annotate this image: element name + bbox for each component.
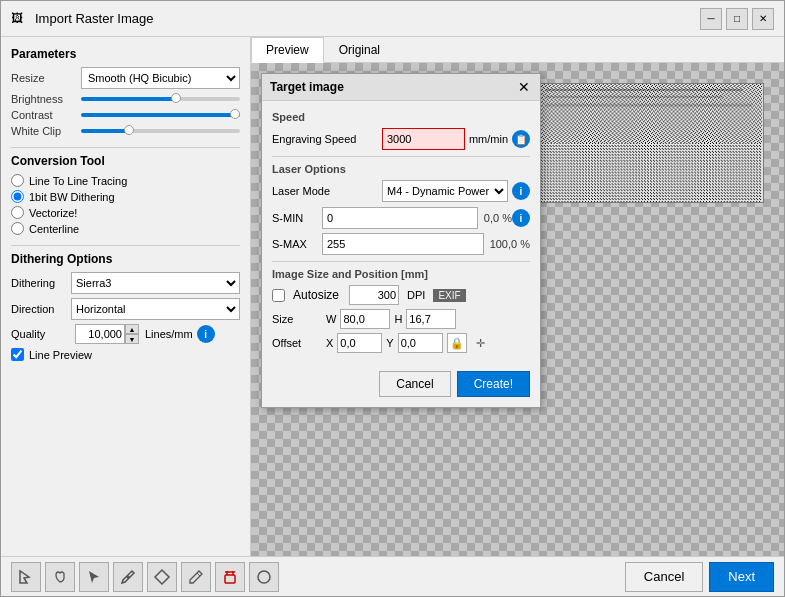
smin-label: S-MIN [272, 212, 322, 224]
laser-mode-row: Laser Mode M4 - Dynamic Power M3 - Stati… [272, 180, 530, 202]
dithering-select[interactable]: Sierra3 Floyd-Steinberg Atkinson None [71, 272, 240, 294]
laser-options-label: Laser Options [272, 163, 530, 175]
main-window: 🖼 Import Raster Image ─ □ ✕ Parameters R… [0, 0, 785, 597]
quality-down-arrow[interactable]: ▼ [125, 334, 139, 344]
autosize-label: Autosize [293, 288, 339, 302]
line-preview-label: Line Preview [29, 349, 92, 361]
radio-row-0: Line To Line Tracing [11, 174, 240, 187]
left-panel: Parameters Resize Smooth (HQ Bicubic) Br… [1, 37, 251, 556]
tab-original[interactable]: Original [324, 37, 395, 62]
toolbar-icons [11, 562, 279, 592]
window-title: Import Raster Image [35, 11, 154, 26]
separator-2 [272, 261, 530, 262]
circle-tool-button[interactable] [249, 562, 279, 592]
minimize-button[interactable]: ─ [700, 8, 722, 30]
tab-preview[interactable]: Preview [251, 37, 324, 63]
delete-tool-button[interactable] [215, 562, 245, 592]
dpi-input[interactable] [349, 285, 399, 305]
arrow-icon [17, 568, 35, 586]
cancel-button[interactable]: Cancel [625, 562, 703, 592]
white-clip-row: White Clip [11, 125, 240, 137]
laser-mode-label: Laser Mode [272, 185, 382, 197]
brightness-row: Brightness [11, 93, 240, 105]
app-icon: 🖼 [11, 11, 27, 27]
modal-titlebar: Target image ✕ [262, 74, 540, 101]
engraving-speed-row: Engraving Speed mm/min 📋 [272, 128, 530, 150]
line-preview-row: Line Preview [11, 348, 240, 361]
image-size-label: Image Size and Position [mm] [272, 268, 530, 280]
arrow-tool-button[interactable] [11, 562, 41, 592]
offset-x-input[interactable] [337, 333, 382, 353]
quality-up-arrow[interactable]: ▲ [125, 324, 139, 334]
radio-vectorize[interactable] [11, 206, 24, 219]
radio-vectorize-label: Vectorize! [29, 207, 77, 219]
radio-line-to-line[interactable] [11, 174, 24, 187]
close-button[interactable]: ✕ [752, 8, 774, 30]
cursor-tool-button[interactable] [79, 562, 109, 592]
main-content: Parameters Resize Smooth (HQ Bicubic) Br… [1, 37, 784, 556]
parameters-section: Parameters Resize Smooth (HQ Bicubic) Br… [11, 47, 240, 137]
radio-centerline[interactable] [11, 222, 24, 235]
width-input[interactable] [340, 309, 390, 329]
smax-pct: 100,0 % [490, 238, 530, 250]
hand-icon [51, 568, 69, 586]
maximize-button[interactable]: □ [726, 8, 748, 30]
smin-info[interactable]: i [512, 209, 530, 227]
engraving-speed-unit: mm/min [469, 133, 508, 145]
pen-tool-button[interactable] [113, 562, 143, 592]
radio-line-to-line-label: Line To Line Tracing [29, 175, 127, 187]
diamond-icon [153, 568, 171, 586]
resize-select[interactable]: Smooth (HQ Bicubic) [81, 67, 240, 89]
tab-bar: Preview Original [251, 37, 784, 63]
titlebar: 🖼 Import Raster Image ─ □ ✕ [1, 1, 784, 37]
engraving-speed-input[interactable] [382, 128, 465, 150]
hand-tool-button[interactable] [45, 562, 75, 592]
smax-input[interactable] [322, 233, 484, 255]
svg-marker-16 [155, 570, 169, 584]
diamond-tool-button[interactable] [147, 562, 177, 592]
pencil-icon [187, 568, 205, 586]
exif-button[interactable]: EXIF [433, 289, 465, 302]
autosize-checkbox[interactable] [272, 289, 285, 302]
pencil-tool-button[interactable] [181, 562, 211, 592]
svg-point-15 [127, 575, 130, 578]
move-icon[interactable]: ✛ [471, 333, 491, 353]
modal-overlay: Target image ✕ Speed Engraving Speed mm/… [251, 63, 784, 556]
line-preview-checkbox[interactable] [11, 348, 24, 361]
size-row: Size W H [272, 309, 530, 329]
laser-mode-info[interactable]: i [512, 182, 530, 200]
divider-2 [11, 245, 240, 246]
height-input[interactable] [406, 309, 456, 329]
dithering-options-label: Dithering Options [11, 252, 240, 266]
modal-cancel-button[interactable]: Cancel [379, 371, 450, 397]
titlebar-left: 🖼 Import Raster Image [11, 11, 154, 27]
smax-label: S-MAX [272, 238, 322, 250]
autosize-row: Autosize DPI EXIF [272, 285, 530, 305]
quality-arrows: ▲ ▼ [125, 324, 139, 344]
quality-label: Quality [11, 328, 71, 340]
radio-1bit-bw[interactable] [11, 190, 24, 203]
lock-icon[interactable]: 🔒 [447, 333, 467, 353]
height-label: H [394, 313, 402, 325]
quality-input[interactable] [75, 324, 125, 344]
quality-info-button[interactable]: i [197, 325, 215, 343]
modal-close-button[interactable]: ✕ [516, 79, 532, 95]
modal-create-button[interactable]: Create! [457, 371, 530, 397]
offset-y-label: Y [386, 337, 393, 349]
resize-row: Resize Smooth (HQ Bicubic) [11, 67, 240, 89]
smin-input[interactable] [322, 207, 478, 229]
dithering-label: Dithering [11, 277, 71, 289]
direction-select[interactable]: Horizontal Vertical Diagonal [71, 298, 240, 320]
laser-mode-select[interactable]: M4 - Dynamic Power M3 - Static Power M2 … [382, 180, 508, 202]
radio-row-2: Vectorize! [11, 206, 240, 219]
quality-spinbox: ▲ ▼ [75, 324, 139, 344]
next-button[interactable]: Next [709, 562, 774, 592]
offset-y-input[interactable] [398, 333, 443, 353]
preview-area: Target image ✕ Speed Engraving Speed mm/… [251, 63, 784, 556]
brightness-slider [81, 95, 240, 103]
quality-row: Quality ▲ ▼ Lines/mm i [11, 324, 240, 344]
engraving-speed-info[interactable]: 📋 [512, 130, 530, 148]
dpi-label: DPI [407, 289, 425, 301]
right-panel: Preview Original [251, 37, 784, 556]
target-image-modal: Target image ✕ Speed Engraving Speed mm/… [261, 73, 541, 408]
